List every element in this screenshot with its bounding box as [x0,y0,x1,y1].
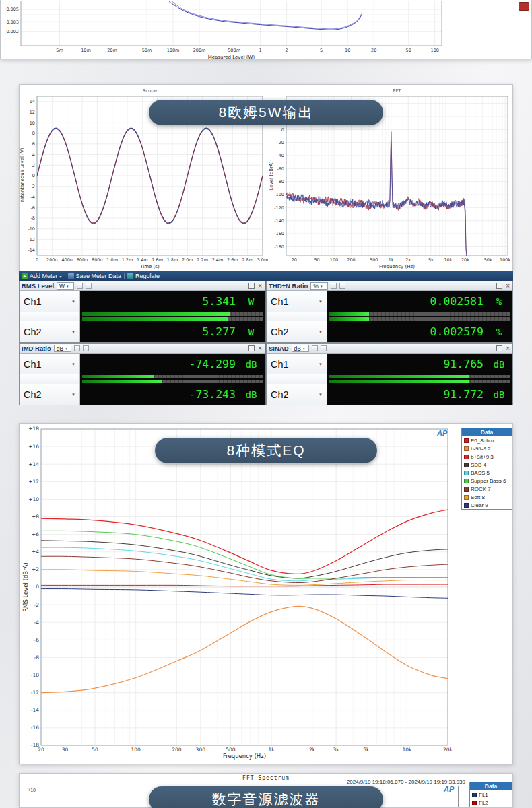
svg-text:-20: -20 [277,140,284,145]
svg-text:-40: -40 [277,153,284,158]
channel-selector[interactable]: Ch2▼ [20,384,80,405]
series-color-chip [464,479,469,483]
svg-text:8: 8 [32,131,35,136]
meter-title: SINAD [269,345,289,352]
svg-text:200m: 200m [193,48,206,53]
close-button[interactable]: × [505,345,510,351]
series-color-chip [464,495,469,500]
svg-text:3.0m: 3.0m [257,257,268,263]
toolbar-separator [65,273,65,279]
close-button[interactable]: × [505,283,510,289]
ch2-level-bar [329,317,510,321]
svg-text:0: 0 [36,584,39,590]
svg-text:-180: -180 [274,244,284,250]
level-bars [267,312,512,321]
svg-text:500: 500 [226,747,236,753]
svg-text:500: 500 [370,257,378,263]
channel-selector[interactable]: Ch1▼ [267,291,327,312]
meter-value-display: -73.243dB [80,384,265,405]
maximize-button[interactable] [496,283,502,289]
svg-text:10m: 10m [81,48,91,53]
svg-text:0: 0 [281,127,284,133]
ap-logo: AP [444,785,454,793]
svg-text:-140: -140 [274,218,284,224]
svg-text:0: 0 [32,173,35,178]
svg-text:-14: -14 [28,248,35,253]
channel-selector[interactable]: Ch1▼ [20,291,80,312]
svg-text:2.2m: 2.2m [197,257,208,263]
svg-text:+18: +18 [28,426,39,432]
svg-text:+10: +10 [28,496,39,502]
meter-header: RMS Level W▾ × [20,281,265,291]
plot-border [458,786,459,807]
svg-text:+4: +4 [32,549,39,555]
legend-item: BASS 5 [462,469,512,477]
chevron-down-icon: ▼ [319,393,323,397]
series-color-chip [472,801,477,805]
svg-text:-6: -6 [34,637,40,643]
ch2-level-bar [82,317,263,321]
add-meter-button[interactable]: +Add Meter▾ [22,273,62,279]
channel-selector[interactable]: Ch2▼ [267,321,327,342]
meter-unit-dropdown[interactable]: dB▾ [292,345,309,352]
maximize-button[interactable] [248,345,255,351]
close-button[interactable]: × [257,345,263,351]
svg-text:-8: -8 [31,215,35,221]
regulate-button[interactable]: Regulate [127,273,160,279]
svg-text:Scope: Scope [143,88,157,94]
maximize-button[interactable] [496,345,502,351]
meter-settings-button[interactable] [77,283,83,289]
svg-text:-120: -120 [274,205,284,211]
series-color-chip [464,487,469,492]
meter-display-mode-button[interactable] [86,283,92,289]
ap-logo: AP [437,429,447,437]
meter-unit-dropdown[interactable]: dB▾ [54,345,71,352]
channel-selector[interactable]: Ch1▼ [20,354,80,374]
ch1-level-bar [329,312,510,316]
svg-text:2k: 2k [309,747,316,753]
meter-display-mode-button[interactable] [321,345,327,351]
svg-text:Measured Level (W): Measured Level (W) [208,55,255,59]
plot-border [38,786,38,807]
meter-value-display: 0.002579% [327,321,512,342]
level-bars [267,374,512,384]
svg-text:600u: 600u [77,257,88,263]
svg-text:-8: -8 [34,654,40,661]
svg-text:-4: -4 [31,195,35,200]
close-button[interactable]: × [257,283,263,289]
meter-settings-button[interactable] [331,283,337,289]
ch2-level-bar [82,380,263,383]
svg-text:400u: 400u [61,257,73,263]
series-color-chip [464,471,469,475]
svg-text:-60: -60 [277,166,284,172]
meter-header: SINAD dB▾ × [267,344,512,354]
meter-settings-button[interactable] [74,345,80,351]
measurement-time-range: 2024/9/19 19:18:06.870 - 2024/9/19 19:19… [347,779,465,785]
svg-text:6: 6 [32,141,35,147]
legend-title: Data [470,782,512,790]
svg-text:+8: +8 [32,514,39,520]
level-bars [20,312,265,321]
chevron-down-icon: ▼ [71,362,75,366]
channel-selector[interactable]: Ch2▼ [20,321,80,342]
meter-display-mode-button[interactable] [339,283,345,289]
meter-settings-button[interactable] [312,345,318,351]
chevron-down-icon: ▼ [319,300,323,304]
meter-display-mode-button[interactable] [83,345,89,351]
meter-title: THD+N Ratio [269,282,308,290]
regulate-icon [127,273,133,279]
meter-sinad: SINAD dB▾ × Ch1▼ 91.765dB Ch2▼ [266,343,513,405]
y-tick-label: +10 [21,788,36,793]
chevron-down-icon: ▼ [71,393,75,397]
meter-header: IMD Ratio dB▾ × [20,344,265,354]
series-color-chip [464,438,469,443]
svg-text:+12: +12 [28,479,39,485]
meter-unit-dropdown[interactable]: W▾ [57,282,74,290]
meter-unit-dropdown[interactable]: %▾ [310,282,328,290]
maximize-button[interactable] [248,283,255,289]
svg-text:-6: -6 [31,205,35,211]
chevron-down-icon: ▾ [60,274,62,279]
save-meter-data-button[interactable]: Save Meter Data [68,273,122,279]
channel-selector[interactable]: Ch1▼ [267,354,327,374]
channel-selector[interactable]: Ch2▼ [267,384,327,405]
